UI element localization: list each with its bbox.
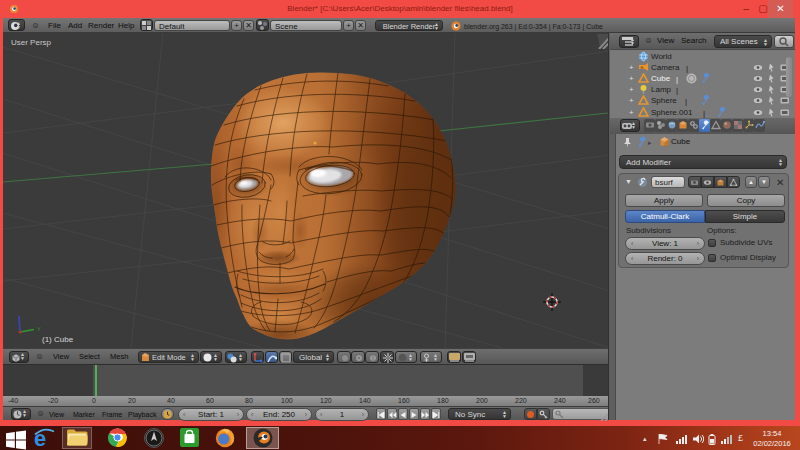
svg-text:Y: Y [37, 326, 41, 332]
